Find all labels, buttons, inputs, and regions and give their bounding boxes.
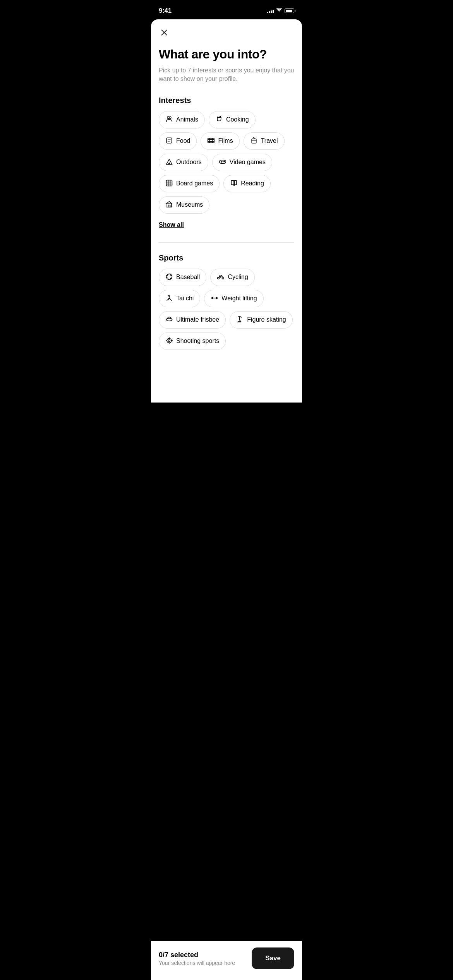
interests-tags: AnimalsCookingFoodFilmsTravelOutdoorsVid… — [159, 111, 294, 214]
close-button[interactable] — [159, 27, 170, 38]
animals-icon — [165, 115, 173, 124]
tag-tai-chi[interactable]: Tai chi — [159, 290, 200, 307]
tag-outdoors[interactable]: Outdoors — [159, 154, 208, 171]
interests-section-title: Interests — [159, 96, 294, 105]
tag-animals[interactable]: Animals — [159, 111, 205, 128]
page-title: What are you into? — [159, 47, 294, 62]
sports-section-title: Sports — [159, 254, 294, 262]
video-games-icon — [219, 158, 226, 167]
sports-tags: BaseballCyclingTai chiWeight liftingUlti… — [159, 269, 294, 350]
battery-icon — [285, 9, 294, 13]
cycling-icon — [217, 273, 225, 282]
weight-lifting-icon — [211, 294, 218, 303]
figure-skating-label: Figure skating — [247, 316, 286, 323]
svg-point-3 — [169, 117, 171, 118]
board-games-label: Board games — [176, 180, 213, 187]
ultimate-frisbee-icon — [165, 315, 173, 324]
svg-point-9 — [224, 161, 225, 161]
status-icons — [267, 8, 294, 14]
phone-frame: 9:41 — [151, 0, 302, 403]
museums-label: Museums — [176, 201, 203, 208]
svg-point-20 — [168, 339, 170, 341]
main-content: What are you into? Pick up to 7 interest… — [151, 19, 302, 403]
tag-board-games[interactable]: Board games — [159, 175, 220, 192]
tag-figure-skating[interactable]: Figure skating — [230, 311, 293, 329]
reading-label: Reading — [241, 180, 264, 187]
films-label: Films — [218, 137, 233, 144]
video-games-label: Video games — [230, 159, 266, 166]
tag-travel[interactable]: Travel — [244, 132, 285, 150]
tag-reading[interactable]: Reading — [223, 175, 271, 192]
svg-rect-5 — [208, 138, 214, 143]
outdoors-icon — [165, 158, 173, 167]
svg-point-15 — [222, 277, 224, 279]
tag-video-games[interactable]: Video games — [212, 154, 272, 171]
svg-point-13 — [166, 274, 172, 279]
cooking-label: Cooking — [226, 116, 249, 123]
signal-icon — [267, 9, 274, 13]
svg-rect-6 — [252, 139, 256, 143]
travel-icon — [250, 137, 258, 146]
reading-icon — [230, 179, 238, 188]
cooking-icon — [215, 115, 223, 124]
animals-label: Animals — [176, 116, 198, 123]
wifi-icon — [276, 8, 282, 14]
page-subtitle: Pick up to 7 interests or sports you enj… — [159, 66, 294, 84]
figure-skating-icon — [236, 315, 244, 324]
shooting-sports-icon — [165, 337, 173, 346]
show-all-button[interactable]: Show all — [159, 220, 184, 230]
outdoors-label: Outdoors — [176, 159, 202, 166]
svg-rect-10 — [166, 180, 172, 186]
section-divider — [159, 242, 294, 243]
ultimate-frisbee-label: Ultimate frisbee — [176, 316, 219, 323]
baseball-label: Baseball — [176, 274, 200, 281]
films-icon — [207, 137, 215, 146]
tag-shooting-sports[interactable]: Shooting sports — [159, 332, 226, 350]
status-bar: 9:41 — [151, 0, 302, 19]
tag-cooking[interactable]: Cooking — [209, 111, 256, 128]
status-time: 9:41 — [159, 7, 172, 15]
board-games-icon — [165, 179, 173, 188]
svg-rect-11 — [167, 204, 172, 207]
tag-films[interactable]: Films — [201, 132, 239, 150]
svg-point-21 — [167, 338, 172, 343]
tag-baseball[interactable]: Baseball — [159, 269, 206, 286]
tag-museums[interactable]: Museums — [159, 196, 209, 214]
travel-label: Travel — [261, 137, 278, 144]
tai-chi-icon — [165, 294, 173, 303]
tag-ultimate-frisbee[interactable]: Ultimate frisbee — [159, 311, 226, 329]
museums-icon — [165, 200, 173, 209]
weight-lifting-label: Weight lifting — [221, 295, 257, 302]
food-icon — [165, 137, 173, 146]
shooting-sports-label: Shooting sports — [176, 338, 219, 344]
svg-rect-4 — [166, 138, 172, 143]
tag-weight-lifting[interactable]: Weight lifting — [204, 290, 263, 307]
cycling-label: Cycling — [228, 274, 248, 281]
tag-food[interactable]: Food — [159, 132, 197, 150]
tag-cycling[interactable]: Cycling — [210, 269, 254, 286]
tai-chi-label: Tai chi — [176, 295, 194, 302]
baseball-icon — [165, 273, 173, 282]
food-label: Food — [176, 137, 190, 144]
svg-rect-12 — [168, 205, 170, 207]
